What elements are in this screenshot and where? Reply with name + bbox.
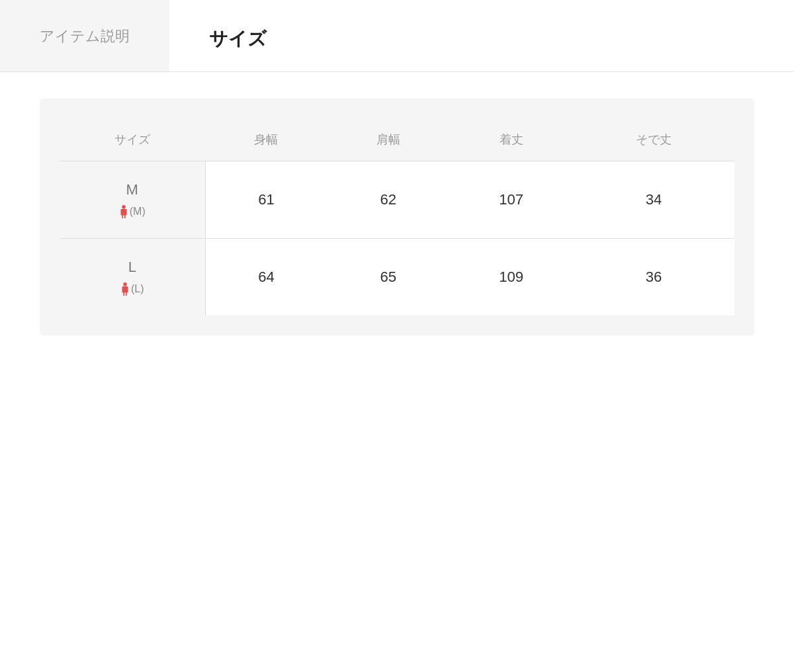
- person-size-label: (M): [130, 206, 146, 218]
- table-header-row: サイズ 身幅 肩幅 着丈 そで丈: [60, 118, 734, 161]
- shoulder-width-cell: 62: [328, 161, 450, 239]
- svg-point-1: [123, 282, 126, 286]
- tab-description[interactable]: アイテム説明: [0, 0, 169, 71]
- page-container: アイテム説明 サイズ サイズ 身幅 肩幅 着丈 そで丈 M(M)61621073: [0, 0, 794, 672]
- size-table-wrapper: サイズ 身幅 肩幅 着丈 そで丈 M(M)616210734L(L)646510…: [40, 99, 754, 335]
- person-size-label: (L): [131, 283, 144, 295]
- size-label: M: [126, 181, 138, 198]
- col-header-size: サイズ: [60, 118, 205, 161]
- tab-size[interactable]: サイズ: [169, 0, 306, 71]
- tab-header: アイテム説明 サイズ: [0, 0, 794, 72]
- size-table: サイズ 身幅 肩幅 着丈 そで丈 M(M)616210734L(L)646510…: [60, 118, 734, 315]
- col-header-shoulder-width: 肩幅: [328, 118, 450, 161]
- length-cell: 109: [449, 239, 573, 316]
- body-width-cell: 61: [205, 161, 328, 239]
- size-cell-0: M(M): [60, 161, 205, 239]
- person-size-row: (L): [120, 282, 144, 296]
- size-label: L: [128, 259, 136, 276]
- col-header-sleeve: そで丈: [573, 118, 734, 161]
- sleeve-cell: 36: [573, 239, 734, 316]
- sleeve-cell: 34: [573, 161, 734, 239]
- col-header-length: 着丈: [449, 118, 573, 161]
- body-width-cell: 64: [205, 239, 328, 316]
- tab-size-label: サイズ: [209, 28, 267, 49]
- tab-description-label: アイテム説明: [40, 28, 130, 44]
- col-header-body-width: 身幅: [205, 118, 328, 161]
- person-icon: [119, 205, 128, 218]
- length-cell: 107: [449, 161, 573, 239]
- svg-point-0: [122, 205, 125, 208]
- size-cell-1: L(L): [60, 239, 205, 316]
- shoulder-width-cell: 65: [328, 239, 450, 316]
- table-row: L(L)646510936: [60, 239, 734, 316]
- size-section: サイズ 身幅 肩幅 着丈 そで丈 M(M)616210734L(L)646510…: [0, 99, 794, 375]
- table-row: M(M)616210734: [60, 161, 734, 239]
- person-icon: [120, 282, 130, 296]
- person-size-row: (M): [119, 205, 146, 218]
